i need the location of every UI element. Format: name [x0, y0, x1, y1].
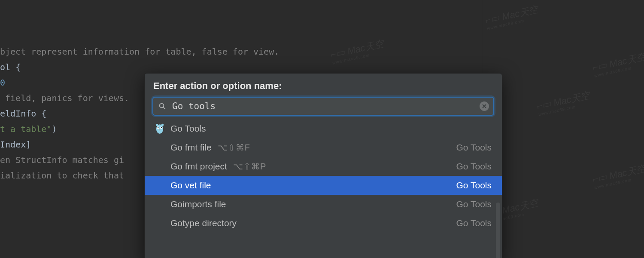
result-group: Go Tools — [456, 161, 492, 172]
svg-point-0 — [160, 104, 164, 108]
result-item[interactable]: Gotype directoryGo Tools — [145, 214, 502, 233]
result-item[interactable]: Go fmt project⌥⇧⌘PGo Tools — [145, 157, 502, 176]
result-label: Gotype directory — [170, 218, 237, 228]
popup-title: Enter action or option name: — [145, 74, 502, 97]
svg-point-5 — [156, 124, 158, 126]
svg-point-6 — [161, 124, 164, 126]
result-label: Go fmt project — [170, 161, 227, 172]
result-label: Go Tools — [170, 123, 206, 134]
result-item[interactable]: Go Tools — [145, 119, 502, 138]
action-search-input[interactable] — [152, 97, 494, 116]
results-list: Go ToolsGo fmt file⌥⇧⌘FGo ToolsGo fmt pr… — [145, 119, 502, 233]
search-icon — [158, 102, 166, 110]
svg-point-10 — [161, 127, 162, 128]
code-line: bject represent information for table, f… — [0, 44, 644, 59]
result-group: Go Tools — [456, 199, 492, 209]
result-shortcut: ⌥⇧⌘P — [233, 161, 266, 172]
result-item[interactable]: Go vet fileGo Tools — [145, 176, 502, 195]
result-label: Go fmt file — [170, 142, 212, 153]
result-group: Go Tools — [456, 180, 492, 190]
clear-search-icon[interactable] — [480, 101, 489, 111]
result-shortcut: ⌥⇧⌘F — [218, 142, 250, 153]
svg-point-9 — [158, 127, 158, 128]
result-group: Go Tools — [456, 142, 492, 153]
result-label: Go vet file — [170, 180, 211, 190]
svg-point-11 — [159, 129, 160, 130]
result-label: Goimports file — [170, 199, 226, 209]
svg-line-1 — [163, 107, 165, 109]
result-item[interactable]: Goimports fileGo Tools — [145, 195, 502, 214]
result-item[interactable]: Go fmt file⌥⇧⌘FGo Tools — [145, 138, 502, 157]
results-scrollbar[interactable] — [496, 203, 500, 258]
result-group: Go Tools — [456, 218, 492, 228]
code-line: ol { — [0, 59, 644, 75]
gopher-icon — [154, 123, 165, 134]
search-row — [152, 97, 494, 116]
find-action-popup: Enter action or option name: Go ToolsGo … — [144, 73, 502, 258]
